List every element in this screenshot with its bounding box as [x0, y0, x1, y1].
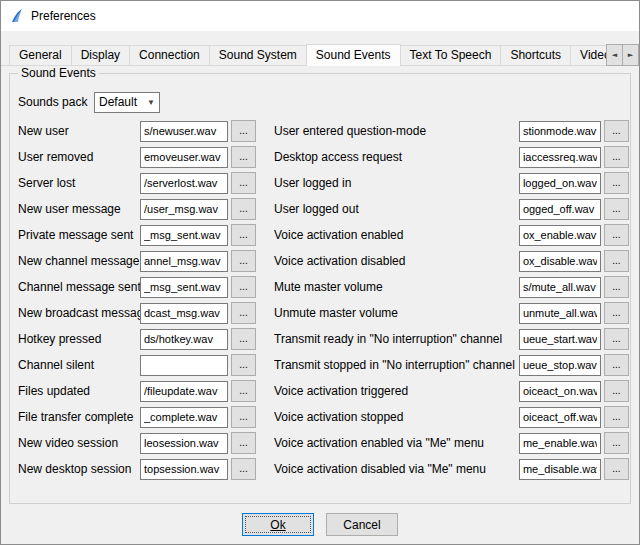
browse-button[interactable]: ...	[231, 380, 256, 402]
browse-button[interactable]: ...	[231, 250, 256, 272]
left-sound-event-row: New user...	[18, 118, 266, 144]
browse-button[interactable]: ...	[231, 172, 256, 194]
sound-event-label: Voice activation enabled via "Me" menu	[274, 436, 519, 450]
browse-button[interactable]: ...	[604, 432, 629, 454]
sound-events-group: Sound Events Sounds pack Default ▼ New u…	[9, 73, 631, 504]
browse-button[interactable]: ...	[604, 302, 629, 324]
browse-button[interactable]: ...	[604, 380, 629, 402]
tab-scroll-left-button[interactable]: ◄	[606, 44, 623, 66]
sound-file-input[interactable]	[519, 355, 601, 376]
sound-event-label: Voice activation stopped	[274, 410, 519, 424]
sound-event-label: User removed	[18, 150, 140, 164]
cancel-button[interactable]: Cancel	[326, 513, 398, 536]
browse-button[interactable]: ...	[604, 198, 629, 220]
left-sound-event-row: New video session...	[18, 430, 266, 456]
sound-file-input[interactable]	[519, 381, 601, 402]
sound-file-input[interactable]	[140, 199, 228, 220]
sound-file-input[interactable]	[140, 251, 228, 272]
left-sound-event-row: New user message...	[18, 196, 266, 222]
browse-button[interactable]: ...	[604, 354, 629, 376]
browse-button[interactable]: ...	[231, 198, 256, 220]
tab-display[interactable]: Display	[71, 45, 130, 66]
left-sound-event-row: Channel silent...	[18, 352, 266, 378]
right-sound-event-row: Transmit ready in "No interruption" chan…	[274, 326, 629, 352]
browse-button[interactable]: ...	[604, 172, 629, 194]
dialog-footer: Ok Cancel	[1, 513, 639, 536]
sound-event-label: New user message	[18, 202, 140, 216]
sound-file-input[interactable]	[140, 147, 228, 168]
sound-event-label: Private message sent	[18, 228, 140, 242]
sound-event-label: Voice activation disabled	[274, 254, 519, 268]
sound-event-label: Mute master volume	[274, 280, 519, 294]
tab-sound-events[interactable]: Sound Events	[306, 44, 401, 66]
tab-sound-system[interactable]: Sound System	[209, 45, 307, 66]
sound-file-input[interactable]	[519, 277, 601, 298]
sound-file-input[interactable]	[140, 459, 228, 480]
right-sound-event-row: Transmit stopped in "No interruption" ch…	[274, 352, 629, 378]
sound-event-label: User logged out	[274, 202, 519, 216]
sound-file-input[interactable]	[140, 407, 228, 428]
sound-file-input[interactable]	[519, 199, 601, 220]
browse-button[interactable]: ...	[604, 146, 629, 168]
browse-button[interactable]: ...	[604, 328, 629, 350]
browse-button[interactable]: ...	[604, 224, 629, 246]
sound-file-input[interactable]	[519, 329, 601, 350]
sound-event-label: Voice activation disabled via "Me" menu	[274, 462, 519, 476]
sound-file-input[interactable]	[140, 225, 228, 246]
browse-button[interactable]: ...	[604, 276, 629, 298]
sound-file-input[interactable]	[519, 433, 601, 454]
tab-general[interactable]: General	[9, 45, 72, 66]
browse-button[interactable]: ...	[231, 432, 256, 454]
sound-file-input[interactable]	[140, 303, 228, 324]
sounds-pack-dropdown[interactable]: Default ▼	[94, 92, 160, 113]
browse-button[interactable]: ...	[231, 406, 256, 428]
sound-file-input[interactable]	[519, 147, 601, 168]
browse-button[interactable]: ...	[231, 354, 256, 376]
sound-file-input[interactable]	[519, 121, 601, 142]
right-sound-event-row: User entered question-mode...	[274, 118, 629, 144]
sound-file-input[interactable]	[140, 121, 228, 142]
browse-button[interactable]: ...	[604, 250, 629, 272]
browse-button[interactable]: ...	[231, 146, 256, 168]
sound-file-input[interactable]	[519, 173, 601, 194]
left-sound-event-row: Files updated...	[18, 378, 266, 404]
browse-button[interactable]: ...	[604, 120, 629, 142]
browse-button[interactable]: ...	[231, 458, 256, 480]
sound-event-label: New video session	[18, 436, 140, 450]
sound-file-input[interactable]	[519, 251, 601, 272]
sound-event-label: Hotkey pressed	[18, 332, 140, 346]
tab-shortcuts[interactable]: Shortcuts	[500, 45, 571, 66]
sound-file-input[interactable]	[519, 407, 601, 428]
browse-button[interactable]: ...	[231, 120, 256, 142]
ok-button-label: Ok	[270, 518, 285, 532]
browse-button[interactable]: ...	[231, 328, 256, 350]
ok-button[interactable]: Ok	[242, 513, 314, 536]
browse-button[interactable]: ...	[231, 302, 256, 324]
window-title: Preferences	[31, 9, 96, 23]
sound-file-input[interactable]	[140, 355, 228, 376]
sound-file-input[interactable]	[140, 433, 228, 454]
sound-events-column-right: User entered question-mode...Desktop acc…	[274, 118, 629, 482]
sound-file-input[interactable]	[140, 173, 228, 194]
sound-file-input[interactable]	[519, 225, 601, 246]
sound-event-label: Transmit ready in "No interruption" chan…	[274, 332, 519, 346]
sound-file-input[interactable]	[519, 303, 601, 324]
sound-file-input[interactable]	[140, 277, 228, 298]
browse-button[interactable]: ...	[604, 406, 629, 428]
tab-connection[interactable]: Connection	[129, 45, 210, 66]
browse-button[interactable]: ...	[604, 458, 629, 480]
sounds-pack-value: Default	[99, 95, 147, 109]
right-sound-event-row: Voice activation triggered...	[274, 378, 629, 404]
right-sound-event-row: User logged in...	[274, 170, 629, 196]
tab-scroll-right-button[interactable]: ►	[622, 44, 639, 66]
sound-file-input[interactable]	[140, 329, 228, 350]
sound-event-label: Channel silent	[18, 358, 140, 372]
sound-event-label: New broadcast message	[18, 306, 140, 320]
sound-event-label: Files updated	[18, 384, 140, 398]
sound-file-input[interactable]	[519, 459, 601, 480]
sounds-pack-label: Sounds pack	[18, 95, 94, 109]
browse-button[interactable]: ...	[231, 224, 256, 246]
browse-button[interactable]: ...	[231, 276, 256, 298]
sound-file-input[interactable]	[140, 381, 228, 402]
tab-text-to-speech[interactable]: Text To Speech	[400, 45, 502, 66]
